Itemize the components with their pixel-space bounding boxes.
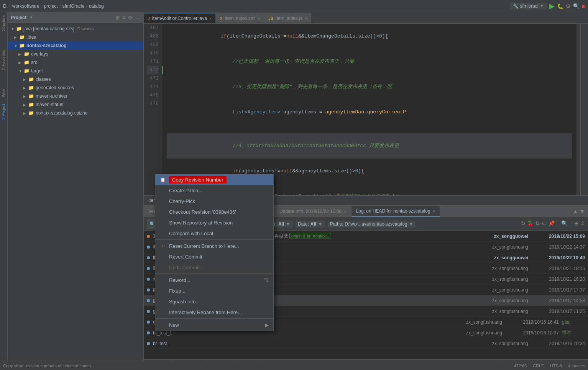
run-config-label: sfmloracl: [520, 3, 539, 9]
run-config-icon: 🔧: [513, 3, 519, 9]
settings-icon[interactable]: ⚙: [128, 15, 133, 21]
project-title: Project: [11, 15, 26, 20]
ctx-new[interactable]: New ▶: [155, 319, 273, 330]
ctx-revert-label: Revert Commit: [169, 254, 202, 260]
ctx-create-patch[interactable]: Create Patch...: [155, 185, 273, 196]
expand-arrow-nontax-caizhe: ▶: [23, 111, 27, 115]
log-dot-2: [147, 256, 150, 259]
log-entry-10[interactable]: br_test zx_songfushuang 2019/10/16 10:34: [144, 338, 588, 349]
project-header-actions: ⊕ ≡ ⚙ —: [115, 15, 140, 21]
toolbar-divider2: [571, 220, 571, 228]
code-lines[interactable]: if(itemChangeDetails!=null&&itemChangeDe…: [162, 24, 577, 195]
code-line-469: //3、变更类型都是"删除"，则去查每一条，是否在发布表里（条件：区: [167, 74, 572, 100]
debug-button[interactable]: 🐛: [557, 3, 563, 9]
tab-js[interactable]: JS item_index.js ×: [264, 13, 311, 23]
run-button[interactable]: ▶: [549, 2, 555, 10]
log-author-0: zx_songguowei: [475, 234, 528, 239]
date-selector[interactable]: Date: All ▼: [296, 221, 325, 228]
folder-icon-maven-archiver: 📁: [28, 93, 34, 99]
ctx-checkout-revision[interactable]: Checkout Revision '0398e436': [155, 206, 273, 217]
tree-nontax[interactable]: ▼ 📁 nontax-szscatalog: [8, 41, 143, 50]
refresh-icon[interactable]: ↻: [521, 220, 526, 228]
tab-js-close[interactable]: ×: [305, 16, 307, 21]
tree-maven-archiver[interactable]: ▶ 📁 maven-archiver: [8, 92, 143, 100]
tree-generated[interactable]: ▶ 📁 generated-sources: [8, 83, 143, 92]
pin-icon[interactable]: 📌: [548, 220, 555, 228]
ctx-copy-revision[interactable]: 📋 Copy Revision Number: [155, 174, 273, 185]
tab-java[interactable]: J ItemAdditionController.java ×: [144, 13, 216, 23]
tab-head-log[interactable]: Log: on HEAD for nontax-szscatalog ×: [351, 206, 440, 217]
tab-java-label: ItemAdditionController.java: [152, 16, 207, 21]
code-with-gutter: if(itemChangeDetails!=null&&itemChangeDe…: [162, 24, 577, 195]
close-button[interactable]: ■: [582, 3, 585, 9]
ctx-cherry-pick-label: Cherry-Pick: [169, 198, 195, 204]
ctx-interactive-rebase[interactable]: Interactively Rebase from Here...: [155, 307, 273, 318]
paths-arrow: ▼: [409, 221, 414, 227]
tree-target[interactable]: ▼ 📁 target: [8, 67, 143, 75]
sidebar-project-label[interactable]: 1: Project: [2, 102, 6, 121]
tree-classes-label: classes: [36, 77, 51, 82]
ctx-sep-3: [155, 318, 273, 319]
settings-icon[interactable]: ⚙: [566, 3, 571, 9]
tree-overlays[interactable]: ▶ 📁 overlays: [8, 50, 143, 58]
ctx-sep-1: [155, 239, 273, 240]
panel-collapse-icon[interactable]: ▼: [580, 208, 585, 214]
minimize-icon[interactable]: —: [135, 15, 140, 21]
paths-value: D:\wor...ava\nontax-szscatalog: [345, 221, 407, 227]
tag-icon[interactable]: 🏷: [541, 220, 547, 228]
log-author-10: zx_songfushuang: [475, 341, 528, 346]
paths-selector[interactable]: Paths: D:\wor...ava\nontax-szscatalog ▼: [328, 221, 416, 228]
ctx-cherry-pick[interactable]: Cherry-Pick: [155, 196, 273, 206]
tree-maven-status[interactable]: ▶ 📁 maven-status: [8, 100, 143, 109]
ctx-fixup[interactable]: Fixup...: [155, 285, 273, 296]
ctx-new-icon: [160, 322, 166, 328]
line-num-473: 473: [147, 74, 159, 83]
locate-icon[interactable]: ⊕: [115, 15, 120, 21]
expand-all-icon[interactable]: ⊞: [574, 220, 579, 228]
tab-xml[interactable]: X item_index.xml ×: [216, 13, 264, 23]
context-menu: 📋 Copy Revision Number Create Patch... C…: [155, 174, 274, 331]
date-label: Date:: [298, 221, 309, 227]
code-line-472: //4、cff5f2fe5795da705fd11bbf30fdf3bbc9d0…: [167, 133, 572, 159]
collapse-icon[interactable]: ≡: [122, 15, 125, 21]
log-tag-0: origin & br_nontax...: [289, 233, 331, 239]
line-numbers: 467 468 469 470 471 472 473 474 475 476: [144, 24, 162, 195]
ctx-compare-local[interactable]: Compare with Local: [155, 228, 273, 239]
scroll-gutter: [577, 24, 580, 195]
project-tree: ▼ 📁 java [nontax-catalog-szs] D:\works ▶…: [8, 23, 143, 370]
expand-arrow-maven-status: ▶: [23, 103, 27, 107]
run-config-selector[interactable]: 🔧 sfmloracl ▼: [510, 3, 547, 10]
merge-icon[interactable]: ⇅: [535, 220, 540, 228]
tab-update-info[interactable]: Update Info: 2019/10/22 15:08 ×: [275, 206, 351, 217]
ctx-undo-icon: [160, 264, 166, 270]
folder-icon-maven-status: 📁: [28, 102, 34, 107]
ctx-reword[interactable]: Reword... F2: [155, 275, 273, 285]
up-down-icon[interactable]: ⇕: [580, 220, 585, 228]
ctx-revert-commit[interactable]: Revert Commit: [155, 251, 273, 262]
search-vc-icon[interactable]: 🔍: [561, 220, 568, 228]
tree-src[interactable]: ▶ 📁 src: [8, 58, 143, 67]
ctx-create-patch-label: Create Patch...: [169, 188, 202, 193]
tree-target-label: target: [31, 68, 43, 74]
vc-toolbar-right: ↻ 🍒 ⇅ 🏷 📌 🔍 ⊞ ⇕: [521, 220, 585, 228]
panel-expand-icon[interactable]: ▲: [573, 208, 578, 214]
tree-classes[interactable]: ▶ 📁 classes: [8, 75, 143, 83]
cherry-pick-icon[interactable]: 🍒: [527, 220, 534, 228]
project-header: Project ▼ ⊕ ≡ ⚙ —: [8, 12, 143, 23]
ctx-compare-icon: [160, 230, 166, 236]
zoom-icon[interactable]: 🔍: [573, 3, 580, 9]
log-author-7: zx_songfushuang: [475, 309, 528, 314]
ctx-show-repository[interactable]: Show Repository at Revision: [155, 217, 273, 228]
tree-idea[interactable]: ▶ 📁 .idea: [8, 33, 143, 41]
tab-update-close[interactable]: ×: [344, 209, 346, 214]
ctx-squash-label: Squash Into...: [169, 299, 200, 305]
ctx-squash[interactable]: Squash Into...: [155, 296, 273, 307]
ctx-reset-branch[interactable]: ↩ Reset Current Branch to Here...: [155, 241, 273, 251]
tree-root[interactable]: ▼ 📁 java [nontax-catalog-szs] D:\works: [8, 25, 143, 33]
tab-java-close[interactable]: ×: [209, 16, 212, 21]
tree-nontax-label: nontax-szscatalog: [26, 43, 67, 48]
tab-xml-close[interactable]: ×: [258, 16, 260, 21]
title-bar: D: › worksoftware › project › sfmlOracle…: [0, 0, 588, 12]
tab-head-log-close[interactable]: ×: [433, 209, 435, 213]
tree-nontax-caizhe[interactable]: ▶ 📁 nontax-szscatalog-caizhe: [8, 109, 143, 117]
